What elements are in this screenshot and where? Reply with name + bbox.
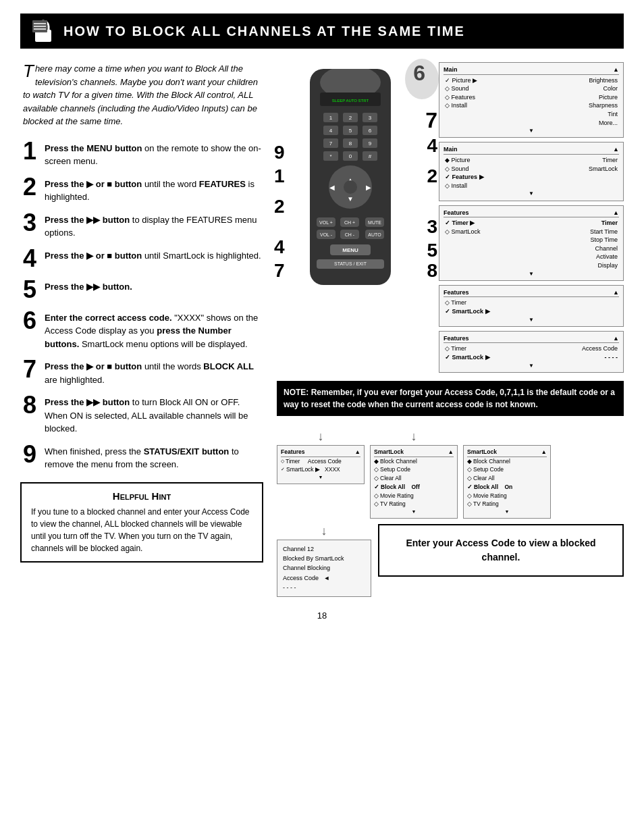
menu-screen-1: Main▲ ✓ Picture ▶Brightness ◇ SoundColor… (439, 62, 624, 138)
arrow-connector: ↓ (318, 429, 324, 444)
menu-screens: Main▲ ✓ Picture ▶Brightness ◇ SoundColor… (439, 62, 624, 373)
menu-title-4: Features▲ (444, 288, 619, 298)
svg-text:VOL +: VOL + (319, 220, 333, 225)
menu-screen-5: Features▲ ◇ TimerAccess Code ✓ SmartLock… (439, 331, 624, 373)
overlay-2b: 2 (274, 197, 285, 216)
menu-item: ◆ PictureTimer (444, 156, 619, 165)
svg-text:4: 4 (329, 128, 333, 134)
menu-title-1: Main▲ (444, 66, 619, 75)
lock-icon (31, 19, 55, 43)
step-5: 5 Press the ▶▶ button. (20, 278, 263, 302)
step-number-4: 4 (20, 246, 39, 271)
menu-smartlock-on: SmartLock▲ ◆ Block Channel ◇ Setup Code … (463, 445, 551, 519)
note-box: NOTE: Remember, if you ever forget your … (277, 381, 624, 416)
channel-blocked-screen: Channel 12 Blocked By SmartLock Channel … (277, 540, 371, 598)
menu-title-3: Features▲ (444, 209, 619, 218)
cb-line5: - - - - (283, 583, 365, 592)
svg-text:3: 3 (369, 115, 372, 121)
hint-title: Helpful Hint (31, 490, 252, 502)
step-text-2: Press the ▶ or ■ button until the word F… (45, 175, 263, 204)
sm-item: ◇ Setup Code (374, 465, 454, 474)
svg-text:▼: ▼ (347, 195, 354, 203)
svg-text:MENU: MENU (342, 247, 358, 253)
overlay-8: 8 (427, 261, 437, 280)
step-6: 6 Enter the correct access code. "XXXX" … (20, 309, 263, 351)
overlay-7: 7 (425, 109, 437, 131)
bottom-menu-off-wrapper: ↓ SmartLock▲ ◆ Block Channel ◇ Setup Cod… (370, 429, 458, 519)
step-number-5: 5 (20, 278, 39, 302)
step-number-9: 9 (20, 442, 39, 467)
hint-text: If you tune to a blocked channel and ent… (31, 506, 252, 554)
menu-item: ✓ SmartLock ▶- - - - (444, 353, 619, 362)
sm-item: ◇ TV Rating (467, 500, 547, 509)
step-number-1: 1 (20, 139, 39, 163)
menu-item: ◇ SoundSmartLock (444, 165, 619, 174)
menu-item: ✓ Picture ▶Brightness (444, 76, 619, 85)
menu-smartlock-xxxx: Features▲ ◇ Timer Access Code ✓ SmartLoc… (277, 445, 365, 484)
step-text-5: Press the ▶▶ button. (45, 278, 132, 294)
sm-item: ◇ Timer Access Code (281, 457, 360, 466)
menu-item: ✓ Timer ▶Timer (444, 219, 619, 228)
step-text-8: Press the ▶▶ button to turn Block All ON… (45, 393, 263, 436)
sm-item: ◇ Setup Code (467, 465, 547, 474)
right-top: 6 7 4 2 9 1 2 3 4 5 8 7 (277, 62, 624, 373)
sm-item: ✓ SmartLock ▶ XXXX (281, 465, 360, 474)
arrow-down: ▼ (444, 270, 619, 278)
bottom-menu-xxxx-wrapper: ↓ Features▲ ◇ Timer Access Code ✓ SmartL… (277, 429, 365, 484)
svg-text:AUTO: AUTO (368, 232, 381, 237)
menu-item: ◇ Timer (444, 298, 619, 307)
arrow-down: ▼ (444, 127, 619, 134)
overlay-3b: 3 (427, 217, 437, 236)
overlay-2: 2 (427, 167, 437, 186)
intro-paragraph: T here may come a time when you want to … (20, 62, 263, 128)
sm-item: ◇ Clear All (374, 474, 454, 483)
menu-item: More... (444, 119, 619, 128)
menu-item: Tint (444, 110, 619, 119)
menu-item: ◇ SmartLockStart Time (444, 228, 619, 236)
svg-text:5: 5 (349, 128, 352, 134)
svg-text:STATUS / EXIT: STATUS / EXIT (334, 261, 367, 266)
step-number-6: 6 (20, 309, 39, 333)
menu-title-2: Main▲ (444, 145, 619, 155)
step-text-3: Press the ▶▶ button to display the FEATU… (45, 211, 263, 240)
svg-text:◀: ◀ (329, 184, 335, 191)
svg-text:VOL -: VOL - (320, 232, 333, 237)
steps-container: 1 Press the MENU button on the remote to… (20, 139, 263, 471)
svg-text:▶: ▶ (366, 184, 371, 191)
channel-blocked-wrapper: ↓ Channel 12 Blocked By SmartLock Channe… (277, 524, 371, 598)
svg-text:9: 9 (369, 140, 372, 147)
arrow-down: ▼ (444, 316, 619, 323)
page-header: How to Block All Channels at the Same Ti… (20, 14, 624, 49)
enter-code-text: Enter your Access Code to view a blocked… (393, 536, 609, 565)
cb-line2: Blocked By SmartLock (283, 554, 365, 563)
bottom-menu-on-wrapper: ↓ SmartLock▲ ◆ Block Channel ◇ Setup Cod… (463, 429, 551, 519)
svg-text:*: * (329, 153, 331, 159)
step-number-3: 3 (20, 211, 39, 235)
dropcap: T (23, 62, 34, 80)
menu-item: ✓ SmartLock ▶ (444, 307, 619, 316)
sm-item: ◇ Clear All (467, 474, 547, 483)
overlay-5: 5 (427, 241, 437, 260)
sm-arrow: ▼ (281, 474, 360, 481)
overlay-4b: 4 (274, 238, 285, 257)
menu-item: ✓ Features ▶ (444, 173, 619, 182)
svg-text:7: 7 (329, 140, 333, 147)
overlay-4: 4 (427, 136, 437, 155)
sm-arrow: ▼ (467, 509, 547, 516)
step-text-7: Press the ▶ or ■ button until the words … (45, 357, 263, 386)
svg-text:8: 8 (349, 140, 352, 147)
menu-item: ◇ InstallSharpness (444, 101, 619, 110)
sm-title: SmartLock▲ (467, 448, 547, 457)
arrow-down: ▼ (444, 362, 619, 369)
cb-line1: Channel 12 (283, 544, 365, 554)
sm-item: ◇ Movie Rating (374, 492, 454, 500)
menu-screen-3: Features▲ ✓ Timer ▶Timer ◇ SmartLockStar… (439, 205, 624, 281)
sm-item: ◇ TV Rating (374, 500, 454, 509)
menu-item: Stop Time (444, 236, 619, 244)
svg-text:1: 1 (329, 115, 333, 121)
menu-item: Display (444, 261, 619, 270)
step-number-8: 8 (20, 393, 39, 417)
step-number-7: 7 (20, 357, 39, 382)
page-title: How to Block All Channels at the Same Ti… (63, 24, 465, 39)
svg-text:#: # (369, 153, 372, 159)
